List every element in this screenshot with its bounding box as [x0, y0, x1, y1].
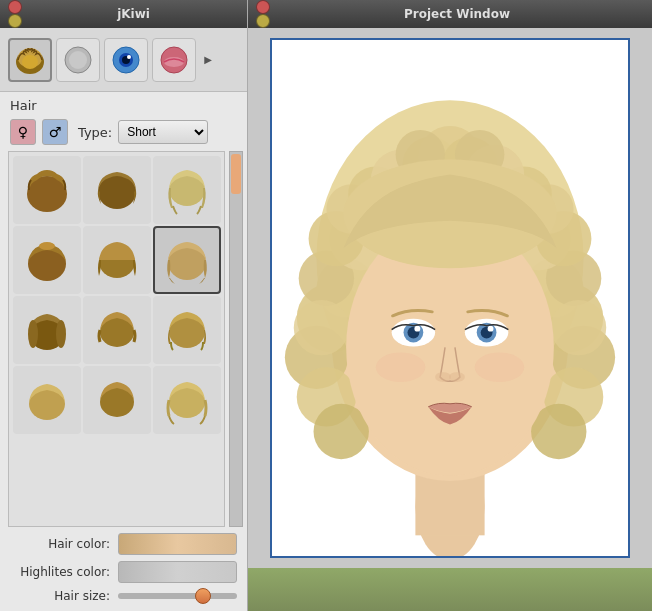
project-title-bar: Project Window [248, 0, 652, 28]
minimize-button[interactable] [8, 14, 22, 28]
hair-item-2[interactable] [83, 156, 151, 224]
hair-item-9[interactable] [153, 296, 221, 364]
project-window-controls [256, 0, 270, 28]
hair-item-4[interactable] [13, 226, 81, 294]
toolbar: ▶ [0, 28, 247, 92]
scrollbar-thumb[interactable] [231, 154, 241, 194]
type-row: ♀ ♂ Type: Short Medium Long Curly Straig… [0, 115, 247, 149]
hair-grid [9, 152, 224, 438]
hair-item-6[interactable] [153, 226, 221, 294]
project-close-button[interactable] [256, 0, 270, 14]
hair-size-slider-thumb[interactable] [195, 588, 211, 604]
hair-item-10[interactable] [13, 366, 81, 434]
hair-color-row: Hair color: [10, 533, 237, 555]
close-button[interactable] [8, 0, 22, 14]
hair-size-label: Hair size: [10, 589, 110, 603]
male-gender-button[interactable]: ♂ [42, 119, 68, 145]
svg-point-52 [551, 300, 606, 355]
hair-grid-section [4, 151, 243, 527]
type-label: Type: [78, 125, 112, 140]
face-render [272, 38, 628, 558]
skin-tool-button[interactable] [56, 38, 100, 82]
highlights-color-picker[interactable] [118, 561, 237, 583]
hair-item-1[interactable] [13, 156, 81, 224]
app-title: jKiwi [28, 7, 239, 21]
window-controls [8, 0, 22, 28]
svg-point-4 [69, 51, 87, 69]
svg-point-20 [56, 320, 66, 348]
project-window [248, 28, 652, 568]
bottom-strip [248, 568, 652, 611]
hair-item-12[interactable] [153, 366, 221, 434]
svg-point-68 [488, 326, 494, 332]
project-title: Project Window [270, 7, 644, 21]
svg-point-2 [22, 55, 38, 69]
hair-color-picker[interactable] [118, 533, 237, 555]
hair-color-label: Hair color: [10, 537, 110, 551]
hair-item-3[interactable] [153, 156, 221, 224]
hair-size-slider-track[interactable] [118, 593, 237, 599]
svg-point-69 [435, 372, 451, 382]
female-gender-button[interactable]: ♀ [10, 119, 36, 145]
eyes-tool-button[interactable] [104, 38, 148, 82]
canvas-area [270, 38, 630, 558]
hair-section-label: Hair [0, 92, 247, 115]
hair-item-11[interactable] [83, 366, 151, 434]
hair-type-select[interactable]: Short Medium Long Curly Straight [118, 120, 208, 144]
hair-tool-button[interactable] [8, 38, 52, 82]
hair-item-5[interactable] [83, 226, 151, 294]
hair-item-7[interactable] [13, 296, 81, 364]
controls-section: Hair color: Highlites color: Hair size: [0, 529, 247, 611]
toolbar-more-button[interactable]: ▶ [200, 38, 216, 82]
project-min-button[interactable] [256, 14, 270, 28]
highlights-color-row: Highlites color: [10, 561, 237, 583]
svg-point-8 [127, 55, 131, 59]
highlights-color-label: Highlites color: [10, 565, 110, 579]
lips-tool-button[interactable] [152, 38, 196, 82]
svg-point-72 [475, 352, 524, 382]
scrollbar[interactable] [229, 151, 243, 527]
svg-point-71 [376, 352, 425, 382]
svg-point-64 [414, 326, 420, 332]
svg-point-70 [449, 372, 465, 382]
svg-point-19 [28, 320, 38, 348]
svg-point-41 [294, 300, 349, 355]
svg-point-15 [39, 242, 55, 250]
hair-size-row: Hair size: [10, 589, 237, 603]
hair-item-8[interactable] [83, 296, 151, 364]
